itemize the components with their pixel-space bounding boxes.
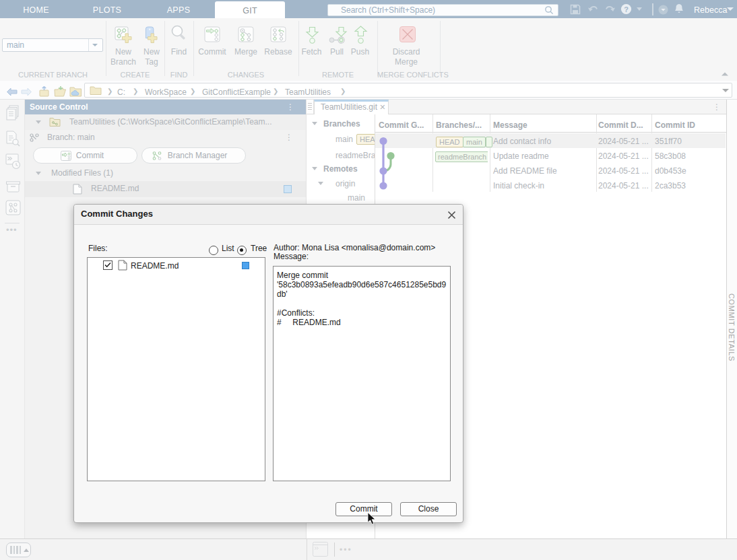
svg-text:?: ? <box>624 5 629 13</box>
